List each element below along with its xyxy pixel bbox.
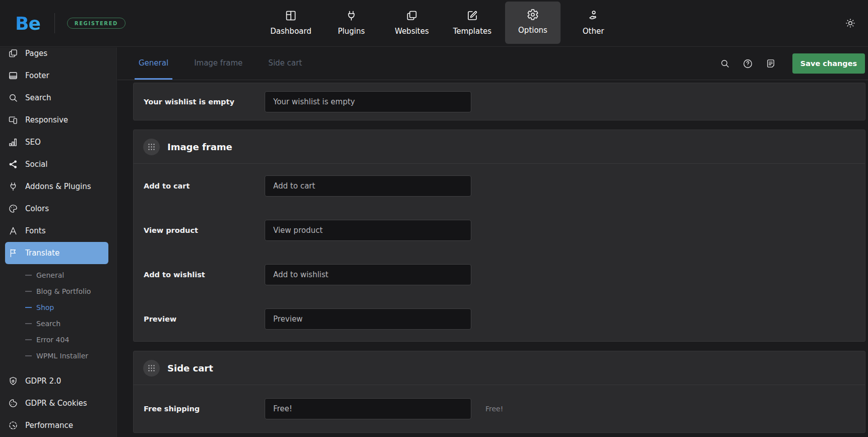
sub-item-blog-portfolio[interactable]: Blog & Portfolio — [0, 283, 116, 299]
view-product-input[interactable] — [265, 220, 471, 241]
tab-image-frame[interactable]: Image frame — [190, 47, 246, 80]
free-shipping-input[interactable] — [265, 398, 471, 419]
section-image-frame: Image frame Add to cart View product Add… — [133, 130, 865, 342]
toolbar: Save changes — [720, 47, 868, 80]
field-row-wishlist-empty: Your wishlist is empty — [134, 83, 865, 120]
tabs: General Image frame Side cart — [117, 47, 306, 80]
sub-item-shop[interactable]: Shop — [0, 299, 116, 316]
sidebar-item-label: Responsive — [25, 115, 68, 124]
sidebar-item-label: SEO — [25, 138, 41, 147]
nav-item-websites[interactable]: Websites — [384, 0, 440, 47]
dash-icon — [25, 323, 32, 324]
sub-item-label: General — [36, 271, 64, 279]
top-nav: Dashboard Plugins Websites Templates — [261, 0, 624, 47]
templates-icon — [466, 10, 478, 22]
add-to-cart-input[interactable] — [265, 175, 471, 197]
dash-icon — [25, 291, 32, 292]
nav-label: Dashboard — [270, 27, 311, 36]
sub-item-label: Shop — [36, 303, 54, 311]
field-label: Free shipping — [144, 405, 265, 413]
nav-item-options[interactable]: Options — [505, 2, 561, 44]
sidebar-item-gdpr-cookies[interactable]: GDPR & Cookies — [0, 392, 116, 414]
field-row-add-to-cart: Add to cart — [134, 164, 865, 208]
section-title: Side cart — [167, 363, 213, 373]
sidebar-item-search[interactable]: Search — [0, 87, 116, 109]
responsive-icon — [7, 115, 19, 125]
toolbar-search-icon[interactable] — [720, 58, 730, 69]
help-icon[interactable] — [742, 58, 753, 69]
sidebar-item-label: GDPR & Cookies — [25, 399, 87, 408]
field-label: Your wishlist is empty — [144, 98, 265, 106]
sidebar-item-addons-plugins[interactable]: Addons & Plugins — [0, 175, 116, 198]
sidebar-item-footer[interactable]: Footer — [0, 65, 116, 87]
sub-item-error-404[interactable]: Error 404 — [0, 332, 116, 348]
betheme-admin-window: Be REGISTERED Dashboard Plugins — [0, 0, 868, 437]
nav-item-other[interactable]: Other — [566, 0, 621, 47]
sidebar-item-label: Addons & Plugins — [25, 182, 91, 191]
section-header-side-cart: Side cart — [134, 351, 865, 385]
sub-item-general[interactable]: General — [0, 267, 116, 283]
sidebar-item-label: Search — [25, 93, 51, 102]
person-icon — [587, 10, 599, 22]
sidebar-item-translate[interactable]: Translate — [5, 242, 108, 264]
field-row-preview: Preview — [134, 297, 865, 341]
sub-item-wpml-installer[interactable]: WPML Installer — [0, 348, 116, 364]
nav-item-dashboard[interactable]: Dashboard — [263, 0, 319, 47]
wishlist-empty-input[interactable] — [265, 91, 471, 112]
nav-label: Websites — [395, 27, 429, 36]
sidebar-list: Pages Footer Search Responsive — [0, 47, 116, 436]
dash-icon — [25, 275, 32, 276]
sidebar-item-label: Performance — [25, 421, 73, 430]
sidebar-item-fonts[interactable]: Fonts — [0, 220, 116, 242]
nav-label: Plugins — [338, 27, 365, 36]
sidebar-item-colors[interactable]: Colors — [0, 198, 116, 220]
nav-label: Other — [583, 27, 604, 36]
dash-icon — [25, 307, 32, 308]
changelog-notes-icon[interactable] — [766, 58, 776, 69]
nav-label: Options — [518, 26, 547, 35]
tab-label: General — [139, 58, 168, 68]
share-icon — [7, 159, 19, 169]
add-to-wishlist-input[interactable] — [265, 264, 471, 285]
drag-handle-grid-icon[interactable] — [143, 360, 160, 377]
top-bar-right — [845, 18, 856, 29]
sidebar-item-gdpr-2-0[interactable]: GDPR 2.0 — [0, 370, 116, 392]
sub-item-label: Search — [36, 320, 60, 328]
search-icon — [7, 93, 19, 103]
sidebar-item-label: Fonts — [25, 226, 45, 235]
brand: Be REGISTERED — [0, 13, 126, 34]
drag-handle-grid-icon[interactable] — [143, 139, 160, 155]
sidebar-item-responsive[interactable]: Responsive — [0, 109, 116, 131]
sub-item-label: Blog & Portfolio — [36, 287, 91, 295]
plug-icon — [7, 181, 19, 192]
top-bar: Be REGISTERED Dashboard Plugins — [0, 0, 868, 47]
tab-general[interactable]: General — [135, 47, 172, 80]
sidebar-item-performance[interactable]: Performance — [0, 414, 116, 436]
field-label: Add to wishlist — [144, 271, 265, 279]
dashboard-icon — [285, 10, 297, 22]
save-changes-button[interactable]: Save changes — [792, 53, 865, 74]
field-row-add-to-wishlist: Add to wishlist — [134, 253, 865, 297]
sub-item-search[interactable]: Search — [0, 316, 116, 332]
field-hint: Free! — [485, 405, 503, 413]
nav-item-templates[interactable]: Templates — [445, 0, 500, 47]
sidebar-item-label: Pages — [25, 49, 47, 58]
nav-label: Templates — [453, 27, 491, 36]
brightness-sun-icon[interactable] — [845, 18, 856, 29]
cookie-icon — [7, 398, 19, 408]
sidebar-item-pages[interactable]: Pages — [0, 47, 116, 65]
footer-icon — [7, 71, 19, 81]
sub-item-label: Error 404 — [36, 336, 69, 344]
sidebar-item-seo[interactable]: SEO — [0, 131, 116, 153]
pages-icon — [7, 48, 19, 58]
tab-side-cart[interactable]: Side cart — [264, 47, 306, 80]
field-row-free-shipping: Free shipping Free! — [134, 385, 865, 432]
websites-icon — [406, 10, 418, 22]
sidebar-item-label: Colors — [25, 204, 49, 213]
preview-input[interactable] — [265, 308, 471, 330]
nav-item-plugins[interactable]: Plugins — [324, 0, 379, 47]
section-wishlist-partial: Your wishlist is empty — [133, 83, 865, 120]
sidebar-item-social[interactable]: Social — [0, 153, 116, 175]
brand-divider — [54, 13, 55, 33]
shield-icon — [7, 376, 19, 386]
